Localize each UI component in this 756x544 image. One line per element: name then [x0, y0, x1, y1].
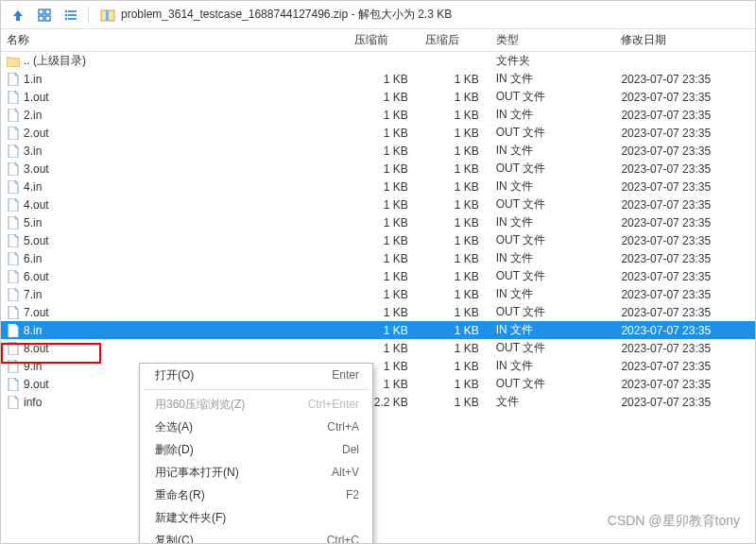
- table-row[interactable]: 9.out1 KB1 KBOUT 文件2023-07-07 23:35: [1, 375, 755, 393]
- up-icon[interactable]: [9, 6, 27, 25]
- table-row[interactable]: 4.out1 KB1 KBOUT 文件2023-07-07 23:35: [1, 196, 755, 213]
- icons-view-icon[interactable]: [35, 6, 54, 25]
- cell-type: IN 文件: [496, 322, 614, 338]
- menu-open-notepad[interactable]: 用记事本打开(N) Alt+V: [140, 461, 372, 484]
- file-icon: [7, 180, 20, 194]
- table-row[interactable]: info2.2 KB1 KB文件2023-07-07 23:35: [1, 393, 755, 411]
- menu-copy[interactable]: 复制(C) Ctrl+C: [140, 529, 372, 544]
- cell-after: 1 KB: [425, 270, 496, 283]
- file-icon: [7, 252, 20, 265]
- cell-before: 1 KB: [354, 270, 425, 283]
- cell-before: 1 KB: [354, 73, 425, 86]
- svg-rect-2: [39, 16, 43, 21]
- menu-delete-label: 删除(D): [155, 442, 194, 458]
- file-icon: [7, 270, 20, 283]
- file-name: 8.in: [24, 324, 42, 337]
- menu-open-label: 打开(O): [155, 367, 194, 383]
- col-date[interactable]: 修改日期: [613, 32, 755, 48]
- context-menu[interactable]: 打开(O) Enter 用360压缩浏览(Z) Ctrl+Enter 全选(A)…: [139, 363, 373, 544]
- cell-type: 文件夹: [496, 53, 614, 69]
- cell-before: 1 KB: [354, 198, 425, 212]
- table-row[interactable]: 4.in1 KB1 KBIN 文件2023-07-07 23:35: [1, 178, 755, 196]
- table-row[interactable]: 6.in1 KB1 KBIN 文件2023-07-07 23:35: [1, 249, 755, 267]
- svg-rect-9: [68, 18, 77, 20]
- cell-type: IN 文件: [496, 358, 614, 374]
- table-row[interactable]: 7.out1 KB1 KBOUT 文件2023-07-07 23:35: [1, 303, 755, 321]
- cell-type: IN 文件: [496, 178, 614, 195]
- parent-directory-row[interactable]: .. (上级目录)文件夹: [1, 52, 755, 70]
- table-row[interactable]: 8.out1 KB1 KBOUT 文件2023-07-07 23:35: [1, 339, 755, 357]
- cell-after: 1 KB: [425, 306, 496, 319]
- cell-type: OUT 文件: [496, 196, 614, 212]
- table-row[interactable]: 2.out1 KB1 KBOUT 文件2023-07-07 23:35: [1, 124, 755, 142]
- cell-after: 1 KB: [425, 162, 496, 176]
- file-icon: [7, 396, 20, 409]
- cell-after: 1 KB: [425, 360, 496, 373]
- cell-before: 1 KB: [354, 342, 425, 355]
- path-bar[interactable]: problem_3614_testcase_1688744127496.zip …: [100, 7, 452, 23]
- menu-rename[interactable]: 重命名(R) F2: [140, 484, 372, 506]
- table-row[interactable]: 2.in1 KB1 KBIN 文件2023-07-07 23:35: [1, 106, 755, 124]
- column-headers[interactable]: 名称 压缩前 压缩后 类型 修改日期: [1, 29, 755, 52]
- table-row[interactable]: 1.in1 KB1 KBIN 文件2023-07-07 23:35: [1, 70, 755, 88]
- cell-type: OUT 文件: [496, 125, 614, 141]
- menu-separator: [144, 389, 369, 390]
- archive-title: problem_3614_testcase_1688744127496.zip …: [121, 7, 452, 23]
- cell-type: OUT 文件: [496, 89, 614, 105]
- menu-new-folder-label: 新建文件夹(F): [155, 510, 226, 526]
- table-row[interactable]: 8.in1 KB1 KBIN 文件2023-07-07 23:35: [1, 321, 755, 339]
- cell-after: 1 KB: [425, 144, 496, 158]
- file-icon: [7, 91, 20, 104]
- file-list[interactable]: .. (上级目录)文件夹1.in1 KB1 KBIN 文件2023-07-07 …: [1, 52, 755, 411]
- menu-open-shortcut: Enter: [332, 368, 359, 382]
- cell-before: 1 KB: [354, 306, 425, 319]
- menu-new-folder[interactable]: 新建文件夹(F): [140, 506, 372, 529]
- file-icon: [7, 378, 20, 391]
- file-name: 3.in: [24, 144, 42, 158]
- menu-open[interactable]: 打开(O) Enter: [140, 364, 372, 386]
- table-row[interactable]: 7.in1 KB1 KBIN 文件2023-07-07 23:35: [1, 285, 755, 303]
- cell-type: OUT 文件: [496, 232, 614, 248]
- cell-date: 2023-07-07 23:35: [613, 198, 755, 212]
- menu-delete[interactable]: 删除(D) Del: [140, 438, 372, 461]
- cell-type: OUT 文件: [496, 304, 614, 320]
- cell-after: 1 KB: [425, 396, 496, 409]
- cell-before: 1 KB: [354, 91, 425, 104]
- table-row[interactable]: 5.in1 KB1 KBIN 文件2023-07-07 23:35: [1, 213, 755, 231]
- col-type[interactable]: 类型: [496, 32, 614, 48]
- menu-delete-shortcut: Del: [342, 443, 359, 456]
- file-name: 1.in: [24, 73, 42, 86]
- menu-select-all[interactable]: 全选(A) Ctrl+A: [140, 416, 372, 438]
- toolbar-separator: [88, 7, 89, 24]
- cell-date: 2023-07-07 23:35: [613, 216, 755, 230]
- svg-rect-1: [45, 9, 50, 14]
- cell-date: 2023-07-07 23:35: [613, 252, 755, 265]
- svg-rect-0: [39, 9, 43, 14]
- menu-browse-360-label: 用360压缩浏览(Z): [155, 397, 245, 413]
- list-view-icon[interactable]: [61, 6, 80, 25]
- folder-icon: [7, 55, 20, 68]
- file-name: info: [24, 396, 42, 409]
- cell-date: 2023-07-07 23:35: [613, 91, 755, 104]
- cell-after: 1 KB: [425, 127, 496, 140]
- table-row[interactable]: 5.out1 KB1 KBOUT 文件2023-07-07 23:35: [1, 231, 755, 249]
- col-before[interactable]: 压缩前: [354, 32, 425, 48]
- table-row[interactable]: 3.in1 KB1 KBIN 文件2023-07-07 23:35: [1, 142, 755, 160]
- watermark: CSDN @星卯教育tony: [608, 513, 740, 530]
- cell-date: 2023-07-07 23:35: [613, 306, 755, 319]
- col-after[interactable]: 压缩后: [425, 32, 496, 48]
- file-icon: [7, 342, 20, 355]
- cell-date: 2023-07-07 23:35: [613, 180, 755, 194]
- cell-after: 1 KB: [425, 252, 496, 265]
- cell-before: 1 KB: [354, 144, 425, 158]
- cell-type: OUT 文件: [496, 376, 614, 392]
- table-row[interactable]: 9.in1 KB1 KBIN 文件2023-07-07 23:35: [1, 357, 755, 375]
- toolbar: problem_3614_testcase_1688744127496.zip …: [1, 1, 755, 29]
- table-row[interactable]: 6.out1 KB1 KBOUT 文件2023-07-07 23:35: [1, 267, 755, 285]
- col-name[interactable]: 名称: [1, 32, 354, 48]
- menu-select-all-label: 全选(A): [155, 419, 193, 435]
- table-row[interactable]: 3.out1 KB1 KBOUT 文件2023-07-07 23:35: [1, 160, 755, 178]
- file-name: 9.out: [24, 378, 49, 391]
- table-row[interactable]: 1.out1 KB1 KBOUT 文件2023-07-07 23:35: [1, 88, 755, 106]
- cell-date: 2023-07-07 23:35: [613, 73, 755, 86]
